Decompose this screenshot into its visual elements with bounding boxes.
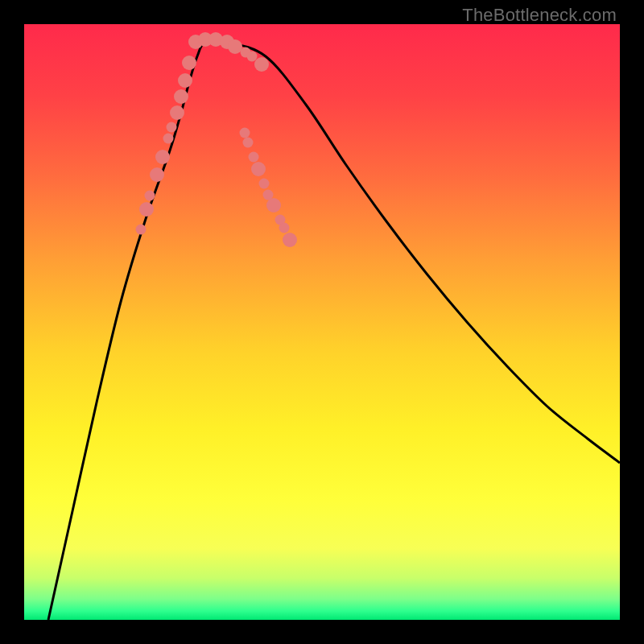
data-point	[163, 134, 174, 144]
data-point	[228, 39, 242, 54]
data-point	[170, 105, 184, 120]
curve-path	[48, 40, 620, 620]
watermark-text: TheBottleneck.com	[462, 5, 617, 26]
data-point	[240, 128, 250, 138]
data-point	[259, 179, 270, 189]
data-point	[283, 233, 297, 247]
data-point	[167, 122, 177, 133]
data-point	[150, 167, 164, 182]
chart-container: TheBottleneck.com	[0, 0, 644, 644]
data-point	[145, 191, 155, 201]
data-point	[178, 73, 192, 88]
curve-layer	[24, 24, 620, 620]
data-point	[155, 150, 170, 164]
data-point	[247, 52, 258, 62]
data-point	[254, 57, 269, 72]
data-point	[139, 202, 154, 217]
data-point	[249, 152, 259, 163]
data-point	[251, 162, 266, 176]
data-point	[279, 223, 290, 233]
data-point	[182, 56, 196, 70]
data-point	[136, 225, 147, 235]
data-point	[174, 89, 188, 104]
data-point	[266, 198, 281, 213]
data-point	[243, 138, 254, 148]
plot-area	[24, 24, 620, 620]
